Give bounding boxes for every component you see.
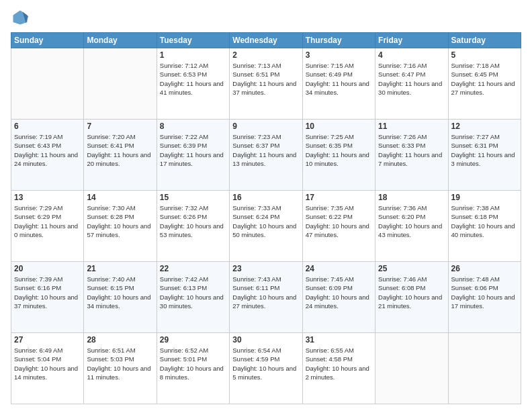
day-number: 27 xyxy=(14,335,81,345)
day-info: Sunrise: 7:26 AM Sunset: 6:33 PM Dayligh… xyxy=(378,132,445,168)
day-info: Sunrise: 7:13 AM Sunset: 6:51 PM Dayligh… xyxy=(232,61,299,97)
day-info: Sunrise: 7:15 AM Sunset: 6:49 PM Dayligh… xyxy=(306,61,372,97)
calendar-cell xyxy=(11,48,84,120)
calendar-cell: 13Sunrise: 7:29 AM Sunset: 6:29 PM Dayli… xyxy=(11,191,84,262)
day-number: 25 xyxy=(378,264,445,273)
header xyxy=(11,8,521,27)
calendar-cell: 4Sunrise: 7:16 AM Sunset: 6:47 PM Daylig… xyxy=(375,48,448,120)
day-number: 11 xyxy=(378,122,445,131)
day-number: 3 xyxy=(306,50,372,60)
page: SundayMondayTuesdayWednesdayThursdayFrid… xyxy=(0,0,532,411)
calendar-cell xyxy=(84,48,157,120)
calendar-cell: 3Sunrise: 7:15 AM Sunset: 6:49 PM Daylig… xyxy=(302,48,375,120)
calendar-cell: 1Sunrise: 7:12 AM Sunset: 6:53 PM Daylig… xyxy=(157,48,229,120)
day-info: Sunrise: 7:38 AM Sunset: 6:18 PM Dayligh… xyxy=(451,203,518,239)
calendar-header-monday: Monday xyxy=(84,33,157,48)
day-number: 2 xyxy=(232,50,299,60)
calendar-cell: 28Sunrise: 6:51 AM Sunset: 5:03 PM Dayli… xyxy=(84,333,157,404)
day-info: Sunrise: 7:46 AM Sunset: 6:08 PM Dayligh… xyxy=(378,275,445,310)
calendar-cell: 10Sunrise: 7:25 AM Sunset: 6:35 PM Dayli… xyxy=(302,120,375,191)
calendar-cell: 7Sunrise: 7:20 AM Sunset: 6:41 PM Daylig… xyxy=(84,120,157,191)
calendar-cell: 14Sunrise: 7:30 AM Sunset: 6:28 PM Dayli… xyxy=(84,191,157,262)
day-number: 7 xyxy=(87,122,153,131)
calendar-cell: 12Sunrise: 7:27 AM Sunset: 6:31 PM Dayli… xyxy=(448,120,521,191)
calendar-week-row: 1Sunrise: 7:12 AM Sunset: 6:53 PM Daylig… xyxy=(11,48,521,120)
calendar-cell: 2Sunrise: 7:13 AM Sunset: 6:51 PM Daylig… xyxy=(230,48,302,120)
calendar-cell: 5Sunrise: 7:18 AM Sunset: 6:45 PM Daylig… xyxy=(448,48,521,120)
calendar-cell: 31Sunrise: 6:55 AM Sunset: 4:58 PM Dayli… xyxy=(302,333,375,404)
day-number: 30 xyxy=(232,335,299,345)
day-info: Sunrise: 7:19 AM Sunset: 6:43 PM Dayligh… xyxy=(14,132,81,168)
day-info: Sunrise: 7:39 AM Sunset: 6:16 PM Dayligh… xyxy=(14,275,81,310)
day-info: Sunrise: 6:49 AM Sunset: 5:04 PM Dayligh… xyxy=(14,346,81,381)
day-info: Sunrise: 7:33 AM Sunset: 6:24 PM Dayligh… xyxy=(232,203,299,239)
calendar-cell: 15Sunrise: 7:32 AM Sunset: 6:26 PM Dayli… xyxy=(157,191,229,262)
day-info: Sunrise: 7:12 AM Sunset: 6:53 PM Dayligh… xyxy=(160,61,226,97)
day-number: 24 xyxy=(306,264,372,273)
day-info: Sunrise: 7:40 AM Sunset: 6:15 PM Dayligh… xyxy=(87,275,153,310)
calendar-cell: 22Sunrise: 7:42 AM Sunset: 6:13 PM Dayli… xyxy=(157,262,229,333)
day-number: 6 xyxy=(14,122,81,131)
logo xyxy=(11,8,32,27)
day-number: 1 xyxy=(160,50,226,60)
calendar-header-thursday: Thursday xyxy=(302,33,375,48)
calendar-week-row: 27Sunrise: 6:49 AM Sunset: 5:04 PM Dayli… xyxy=(11,333,521,404)
day-number: 14 xyxy=(87,193,153,202)
calendar-cell xyxy=(375,333,448,404)
calendar-cell: 6Sunrise: 7:19 AM Sunset: 6:43 PM Daylig… xyxy=(11,120,84,191)
day-number: 4 xyxy=(378,50,445,60)
calendar-cell: 8Sunrise: 7:22 AM Sunset: 6:39 PM Daylig… xyxy=(157,120,229,191)
day-number: 23 xyxy=(232,264,299,273)
day-info: Sunrise: 7:45 AM Sunset: 6:09 PM Dayligh… xyxy=(306,275,372,310)
day-info: Sunrise: 7:35 AM Sunset: 6:22 PM Dayligh… xyxy=(306,203,372,239)
calendar-cell: 25Sunrise: 7:46 AM Sunset: 6:08 PM Dayli… xyxy=(375,262,448,333)
day-number: 26 xyxy=(451,264,518,273)
calendar-header-tuesday: Tuesday xyxy=(157,33,229,48)
calendar-cell: 11Sunrise: 7:26 AM Sunset: 6:33 PM Dayli… xyxy=(375,120,448,191)
day-number: 31 xyxy=(306,335,372,345)
calendar-cell: 27Sunrise: 6:49 AM Sunset: 5:04 PM Dayli… xyxy=(11,333,84,404)
day-number: 22 xyxy=(160,264,226,273)
day-number: 16 xyxy=(232,193,299,202)
day-info: Sunrise: 7:22 AM Sunset: 6:39 PM Dayligh… xyxy=(160,132,226,168)
calendar-header-friday: Friday xyxy=(375,33,448,48)
day-info: Sunrise: 7:27 AM Sunset: 6:31 PM Dayligh… xyxy=(451,132,518,168)
day-info: Sunrise: 7:18 AM Sunset: 6:45 PM Dayligh… xyxy=(451,61,518,97)
day-info: Sunrise: 7:16 AM Sunset: 6:47 PM Dayligh… xyxy=(378,61,445,97)
calendar-cell: 23Sunrise: 7:43 AM Sunset: 6:11 PM Dayli… xyxy=(230,262,302,333)
day-number: 15 xyxy=(160,193,226,202)
day-number: 28 xyxy=(87,335,153,345)
day-number: 8 xyxy=(160,122,226,131)
calendar-cell: 19Sunrise: 7:38 AM Sunset: 6:18 PM Dayli… xyxy=(448,191,521,262)
calendar-header-sunday: Sunday xyxy=(11,33,84,48)
day-number: 20 xyxy=(14,264,81,273)
calendar-week-row: 6Sunrise: 7:19 AM Sunset: 6:43 PM Daylig… xyxy=(11,120,521,191)
calendar-cell: 24Sunrise: 7:45 AM Sunset: 6:09 PM Dayli… xyxy=(302,262,375,333)
day-number: 13 xyxy=(14,193,81,202)
day-number: 12 xyxy=(451,122,518,131)
calendar-week-row: 13Sunrise: 7:29 AM Sunset: 6:29 PM Dayli… xyxy=(11,191,521,262)
day-info: Sunrise: 7:20 AM Sunset: 6:41 PM Dayligh… xyxy=(87,132,153,168)
day-info: Sunrise: 7:36 AM Sunset: 6:20 PM Dayligh… xyxy=(378,203,445,239)
day-info: Sunrise: 6:55 AM Sunset: 4:58 PM Dayligh… xyxy=(306,346,372,381)
day-number: 9 xyxy=(232,122,299,131)
day-number: 5 xyxy=(451,50,518,60)
day-info: Sunrise: 7:48 AM Sunset: 6:06 PM Dayligh… xyxy=(451,275,518,310)
day-info: Sunrise: 6:54 AM Sunset: 4:59 PM Dayligh… xyxy=(232,346,299,381)
day-number: 17 xyxy=(306,193,372,202)
calendar-cell: 9Sunrise: 7:23 AM Sunset: 6:37 PM Daylig… xyxy=(230,120,302,191)
day-number: 29 xyxy=(160,335,226,345)
calendar-cell: 18Sunrise: 7:36 AM Sunset: 6:20 PM Dayli… xyxy=(375,191,448,262)
calendar: SundayMondayTuesdayWednesdayThursdayFrid… xyxy=(11,32,521,404)
calendar-cell: 26Sunrise: 7:48 AM Sunset: 6:06 PM Dayli… xyxy=(448,262,521,333)
calendar-header-row: SundayMondayTuesdayWednesdayThursdayFrid… xyxy=(11,33,521,48)
day-number: 21 xyxy=(87,264,153,273)
calendar-header-wednesday: Wednesday xyxy=(230,33,302,48)
logo-icon xyxy=(11,8,30,27)
day-number: 10 xyxy=(306,122,372,131)
calendar-cell: 20Sunrise: 7:39 AM Sunset: 6:16 PM Dayli… xyxy=(11,262,84,333)
calendar-cell: 21Sunrise: 7:40 AM Sunset: 6:15 PM Dayli… xyxy=(84,262,157,333)
calendar-header-saturday: Saturday xyxy=(448,33,521,48)
day-info: Sunrise: 7:25 AM Sunset: 6:35 PM Dayligh… xyxy=(306,132,372,168)
day-info: Sunrise: 7:42 AM Sunset: 6:13 PM Dayligh… xyxy=(160,275,226,310)
